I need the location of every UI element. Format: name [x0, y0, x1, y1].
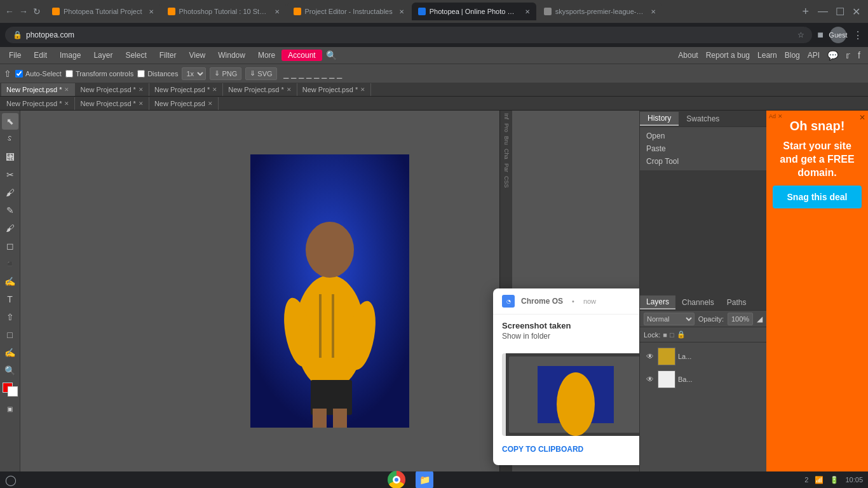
distances-checkbox[interactable]	[137, 70, 145, 78]
browser-tab-tab1[interactable]: Photopea Tutorial Project✕	[46, 3, 160, 20]
facebook-icon[interactable]: f	[858, 50, 860, 60]
text-tool[interactable]: T	[2, 291, 18, 308]
align-middle-icon[interactable]: ⎯	[314, 69, 319, 79]
tab-close-icon[interactable]: ✕	[525, 8, 530, 15]
new-tab-button[interactable]: +	[798, 5, 813, 18]
launcher-icon[interactable]: ◯	[5, 474, 17, 486]
distances-check[interactable]: Distances	[137, 70, 178, 78]
scale-select[interactable]: 1x 2x 3x	[182, 67, 206, 80]
align-bottom-icon[interactable]: ⎯	[322, 69, 327, 79]
pro-label[interactable]: Pro	[503, 123, 510, 132]
tab-close-icon[interactable]: ✕	[399, 8, 404, 15]
history-item-crop[interactable]: Crop Tool	[640, 155, 766, 168]
svg-button[interactable]: ⇓ SVG	[245, 67, 276, 80]
bru-label[interactable]: Bru	[503, 136, 510, 145]
doc-tab-r1-0[interactable]: New Project.psd *✕	[1, 83, 75, 96]
menu-item-window[interactable]: Window	[212, 50, 252, 61]
clone-stamp-tool[interactable]: 🖌	[2, 220, 18, 236]
magic-wand-tool[interactable]: ⸉	[2, 131, 18, 147]
distribute-h-icon[interactable]: ⎯	[329, 69, 334, 79]
doc-tab-close[interactable]: ✕	[64, 86, 69, 93]
layer-item-0[interactable]: 👁 La...	[642, 345, 764, 368]
align-right-icon[interactable]: ⎯	[299, 69, 304, 79]
tab-history[interactable]: History	[640, 112, 679, 126]
move-tool-icon[interactable]: ⇧	[4, 69, 11, 79]
zoom-tool[interactable]: 🔍	[2, 362, 18, 379]
doc-tab-r2-2[interactable]: New Project.psd✕	[149, 97, 219, 110]
doc-tab-r2-0[interactable]: New Project.psd *✕	[1, 97, 75, 110]
cha-label[interactable]: Cha	[503, 149, 510, 159]
layer-visibility-1[interactable]: 👁	[645, 375, 655, 384]
color-swatch[interactable]	[3, 383, 18, 396]
doc-tab-close[interactable]: ✕	[287, 86, 292, 93]
browser-tab-tab4[interactable]: Photopea | Online Photo Edit...✕	[412, 3, 536, 20]
menu-icon[interactable]: ⋮	[853, 29, 863, 41]
lasso-tool[interactable]: ⑌	[2, 149, 18, 165]
crop-tool[interactable]: ✂	[2, 166, 18, 183]
doc-tab-close[interactable]: ✕	[208, 100, 213, 107]
menu-item-file[interactable]: File	[3, 50, 27, 61]
doc-tab-r2-1[interactable]: New Project.psd *✕	[75, 97, 149, 110]
ad-cta-button[interactable]: Snag this deal	[773, 186, 862, 208]
menu-item-edit[interactable]: Edit	[27, 50, 53, 61]
inf-label[interactable]: Inf	[503, 113, 510, 119]
transform-checkbox[interactable]	[65, 70, 73, 78]
blend-mode-select[interactable]: Normal Multiply Screen	[644, 313, 695, 325]
select-tool[interactable]: ⬉	[2, 113, 18, 130]
transform-check[interactable]: Transform controls	[65, 70, 133, 78]
fill-tool[interactable]: ◾	[2, 255, 18, 272]
auto-select-check[interactable]: Auto-Select	[15, 70, 62, 78]
search-icon[interactable]: 🔍	[326, 50, 337, 60]
tab-close-icon[interactable]: ✕	[149, 8, 154, 15]
api-link[interactable]: API	[808, 51, 820, 60]
doc-tab-close[interactable]: ✕	[139, 100, 144, 107]
notif-show-folder[interactable]: Show in folder	[502, 332, 639, 341]
css-label[interactable]: CSS	[503, 176, 510, 188]
eyedropper-tool[interactable]: 🖌	[2, 184, 18, 201]
reddit-icon[interactable]: 💬	[827, 50, 838, 60]
quick-mask-tool[interactable]: ▣	[2, 400, 18, 417]
doc-tab-close[interactable]: ✕	[360, 86, 365, 93]
tab-swatches[interactable]: Swatches	[679, 112, 727, 125]
menu-item-more[interactable]: More	[252, 50, 281, 61]
about-link[interactable]: About	[678, 51, 698, 60]
history-item-open[interactable]: Open	[640, 130, 766, 142]
ad-close-button[interactable]: ✕	[859, 113, 865, 122]
copy-to-clipboard-button[interactable]: COPY TO CLIPBOARD	[502, 442, 639, 456]
opacity-lock-icon[interactable]: ◢	[757, 315, 763, 323]
align-center-icon[interactable]: ⎯	[291, 69, 296, 79]
maximize-icon[interactable]: ☐	[836, 6, 844, 18]
history-item-paste[interactable]: Paste	[640, 142, 766, 155]
files-icon[interactable]: 📁	[416, 471, 433, 488]
layer-item-1[interactable]: 👁 Ba...	[642, 368, 764, 391]
back-icon[interactable]: ←	[5, 6, 14, 17]
menu-item-filter[interactable]: Filter	[153, 50, 183, 61]
lock-all-icon[interactable]: 🔒	[677, 330, 686, 339]
layer-visibility-0[interactable]: 👁	[645, 352, 655, 361]
tab-layers[interactable]: Layers	[640, 295, 675, 309]
shape-tool[interactable]: □	[2, 327, 18, 343]
bookmark-icon[interactable]: ☆	[797, 30, 804, 39]
tab-close-icon[interactable]: ✕	[275, 8, 280, 15]
menu-item-select[interactable]: Select	[119, 50, 153, 61]
doc-tab-close[interactable]: ✕	[212, 86, 217, 93]
doc-tab-r1-1[interactable]: New Project.psd *✕	[75, 83, 149, 96]
reload-icon[interactable]: ↻	[33, 6, 41, 17]
par-label[interactable]: Par	[503, 163, 510, 172]
extensions-icon[interactable]: ■	[817, 29, 824, 41]
doc-tab-close[interactable]: ✕	[64, 100, 69, 107]
align-left-icon[interactable]: ⎯	[283, 69, 288, 79]
tab-close-icon[interactable]: ✕	[651, 8, 656, 15]
lock-position-icon[interactable]: ■	[663, 331, 667, 339]
blog-link[interactable]: Blog	[785, 51, 800, 60]
profile-icon[interactable]: Guest	[830, 27, 846, 43]
pen-tool[interactable]: ✍	[2, 273, 18, 290]
learn-link[interactable]: Learn	[757, 51, 777, 60]
align-top-icon[interactable]: ⎯	[306, 69, 311, 79]
browser-tab-tab5[interactable]: skysports-premier-league-star...✕	[538, 3, 662, 20]
close-icon[interactable]: ✕	[852, 6, 860, 18]
hand-tool[interactable]: ✍	[2, 344, 18, 361]
menu-item-layer[interactable]: Layer	[87, 50, 119, 61]
path-select-tool[interactable]: ⇧	[2, 309, 18, 325]
account-menu-item[interactable]: Account	[281, 50, 322, 61]
